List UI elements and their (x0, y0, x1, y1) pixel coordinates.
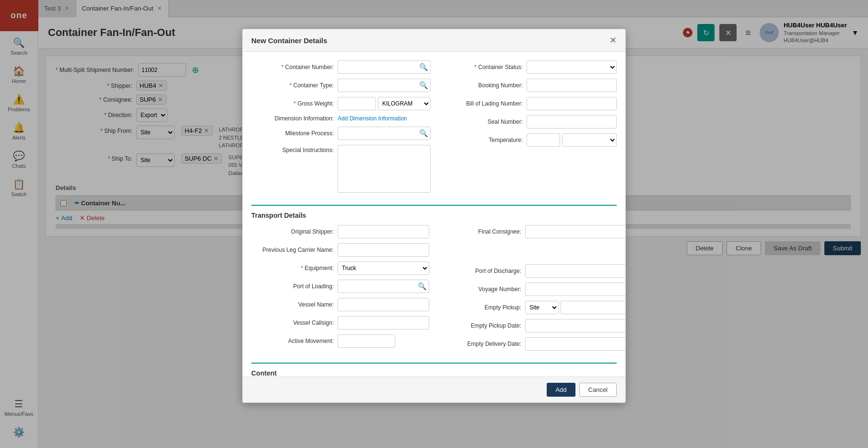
empty-pickup-type-select[interactable]: Site (525, 301, 559, 314)
temperature-unit-select[interactable]: °C °F (562, 133, 617, 147)
transport-left-col: Original Shipper: Previous Leg Carrier N… (251, 225, 429, 355)
special-instructions-input[interactable] (338, 145, 431, 193)
temperature-value-input[interactable] (527, 133, 560, 147)
modal-add-button[interactable]: Add (547, 383, 575, 397)
container-type-search-button[interactable]: 🔍 (417, 81, 430, 90)
final-consignee-label: Final Consignee: (439, 228, 525, 235)
container-number-field: 🔍 (338, 60, 431, 74)
final-consignee-row: Final Consignee: (439, 225, 626, 238)
modal-body: Container Number: 🔍 Container Type: 🔍 (243, 52, 625, 403)
temperature-label: Temperature: (440, 137, 527, 143)
modal-top-section: Container Number: 🔍 Container Type: 🔍 (251, 60, 617, 198)
empty-delivery-date-label: Empty Delivery Date: (439, 341, 525, 347)
voyage-number-input[interactable] (525, 283, 626, 296)
container-status-select[interactable] (527, 60, 617, 74)
vessel-callsign-row: Vessel Callsign: (251, 316, 429, 330)
active-movement-row: Active Movement: (251, 334, 429, 348)
empty-pickup-date-input[interactable] (525, 319, 626, 332)
temperature-row: Temperature: °C °F (440, 133, 617, 147)
bol-row: Bill of Lading Number: (440, 97, 617, 110)
container-number-search-button[interactable]: 🔍 (417, 63, 430, 71)
empty-pickup-date-fields: 📅 🕐 (525, 319, 626, 332)
vessel-callsign-label: Vessel Callsign: (251, 319, 338, 326)
seal-number-row: Seal Number: (440, 115, 617, 129)
container-number-input[interactable] (338, 61, 417, 73)
dimension-row: Dimension Information: Add Dimension Inf… (251, 115, 431, 122)
modal-close-button[interactable]: ✕ (610, 35, 617, 46)
booking-number-row: Booking Number: (440, 79, 617, 92)
equipment-label: Equipment: (251, 265, 338, 271)
milestone-label: Milestone Process: (251, 130, 338, 137)
port-loading-search-button[interactable]: 🔍 (416, 282, 429, 291)
modal-overlay: New Container Details ✕ Container Number… (0, 0, 868, 448)
port-loading-input[interactable] (338, 280, 416, 293)
equipment-row: Equipment: Truck Rail Air (251, 261, 429, 275)
modal-title: New Container Details (251, 36, 327, 45)
voyage-number-row: Voyage Number: (439, 283, 626, 296)
original-shipper-input[interactable] (338, 225, 429, 238)
gross-weight-input[interactable] (338, 97, 376, 110)
seal-number-label: Seal Number: (440, 118, 527, 125)
container-type-field: 🔍 (338, 79, 431, 92)
port-discharge-input[interactable] (526, 265, 626, 277)
prev-leg-carrier-row: Previous Leg Carrier Name: (251, 243, 429, 257)
container-status-label: Container Status: (440, 64, 527, 71)
equipment-select[interactable]: Truck Rail Air (338, 261, 429, 275)
dimension-label: Dimension Information: (251, 115, 338, 122)
gross-weight-row: Gross Weight: KILOGRAM POUND (251, 97, 431, 110)
gross-weight-unit-select[interactable]: KILOGRAM POUND (378, 97, 431, 110)
bol-label: Bill of Lading Number: (440, 100, 527, 107)
modal-right-col: Container Status: Booking Number: Bill o… (440, 60, 617, 198)
special-instructions-row: Special Instructions: (251, 145, 431, 193)
vessel-name-input[interactable] (338, 298, 429, 311)
final-consignee-input[interactable] (525, 225, 626, 238)
container-type-row: Container Type: 🔍 (251, 79, 431, 92)
booking-number-input[interactable] (527, 79, 617, 92)
empty-pickup-field: 🔍 (561, 301, 626, 314)
modal-header: New Container Details ✕ (243, 29, 625, 52)
gross-weight-label: Gross Weight: (251, 100, 338, 107)
empty-pickup-date-label: Empty Pickup Date: (439, 322, 525, 329)
modal-cancel-button[interactable]: Cancel (579, 383, 617, 397)
container-number-row: Container Number: 🔍 (251, 60, 431, 74)
prev-leg-carrier-label: Previous Leg Carrier Name: (251, 247, 338, 253)
milestone-input[interactable] (338, 127, 417, 140)
modal-footer: Add Cancel (243, 377, 625, 402)
port-discharge-field: 🔍 (525, 264, 626, 278)
port-loading-field: 🔍 (338, 280, 429, 293)
empty-pickup-label: Empty Pickup: (439, 304, 525, 311)
milestone-search-button[interactable]: 🔍 (417, 129, 430, 138)
transport-section-title: Transport Details (251, 212, 617, 219)
seal-number-input[interactable] (527, 115, 617, 129)
container-type-label: Container Type: (251, 82, 338, 89)
port-discharge-label: Port of Discharge: (439, 268, 525, 274)
transport-right-col: Final Consignee: Port of Discharge: 🔍 Vo… (439, 225, 626, 355)
temperature-fields: °C °F (527, 133, 617, 147)
empty-pickup-input[interactable] (561, 301, 626, 314)
add-dimension-link[interactable]: Add Dimension Information (338, 115, 407, 122)
booking-number-label: Booking Number: (440, 82, 527, 89)
active-movement-input[interactable] (338, 334, 395, 348)
container-type-input[interactable] (338, 79, 417, 92)
prev-leg-carrier-input[interactable] (338, 243, 429, 257)
transport-section: Original Shipper: Previous Leg Carrier N… (251, 225, 617, 355)
vessel-name-row: Vessel Name: (251, 298, 429, 311)
original-shipper-label: Original Shipper: (251, 228, 338, 235)
content-divider (251, 363, 617, 364)
port-discharge-row: Port of Discharge: 🔍 (439, 264, 626, 278)
milestone-field: 🔍 (338, 127, 431, 140)
empty-delivery-date-input[interactable] (525, 337, 626, 351)
vessel-name-label: Vessel Name: (251, 301, 338, 308)
vessel-callsign-input[interactable] (338, 316, 429, 330)
empty-pickup-date-row: Empty Pickup Date: 📅 🕐 (439, 319, 626, 332)
modal-left-col: Container Number: 🔍 Container Type: 🔍 (251, 60, 431, 198)
container-status-row: Container Status: (440, 60, 617, 74)
milestone-row: Milestone Process: 🔍 (251, 127, 431, 140)
gross-weight-field: KILOGRAM POUND (338, 97, 431, 110)
container-number-label: Container Number: (251, 64, 338, 71)
bol-input[interactable] (527, 97, 617, 110)
transport-divider (251, 205, 617, 206)
new-container-modal: New Container Details ✕ Container Number… (242, 29, 626, 403)
port-loading-row: Port of Loading: 🔍 (251, 280, 429, 293)
special-instructions-label: Special Instructions: (251, 147, 338, 153)
